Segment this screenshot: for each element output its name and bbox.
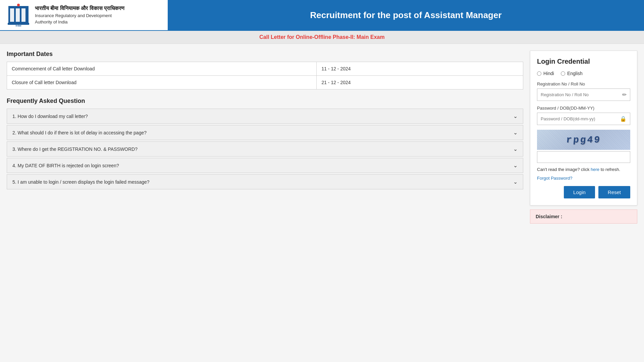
- language-english-text: English: [567, 71, 583, 76]
- lock-icon: 🔒: [616, 113, 630, 125]
- header: irdai भारतीय बीमा विनियामक और विकास प्रा…: [0, 0, 644, 31]
- password-label: Password / DOB(DD-MM-YY): [537, 106, 630, 111]
- header-title-section: Recruitment for the post of Assistant Ma…: [168, 0, 644, 30]
- login-card: Login Credential Hindi English Registrat…: [530, 51, 637, 205]
- faq-question-5: 5. I am unable to login / screen display…: [12, 179, 150, 185]
- button-row: Login Reset: [537, 186, 630, 198]
- faq-question-4: 4. My DATE OF BIRTH is rejected on login…: [12, 163, 119, 168]
- svg-point-5: [17, 4, 20, 6]
- svg-rect-1: [10, 8, 14, 22]
- logo-section: irdai भारतीय बीमा विनियामक और विकास प्रा…: [0, 0, 168, 30]
- captcha-image: rpg49: [537, 130, 630, 150]
- language-hindi-label[interactable]: Hindi: [537, 71, 554, 76]
- announcement-banner: Call Letter for Online-Offline Phase-II:…: [0, 31, 644, 44]
- captcha-refresh-before: Can't read the image? click: [537, 167, 591, 172]
- faq-header-2[interactable]: 2. What should I do if there is lot of d…: [7, 125, 523, 140]
- captcha-input-wrapper: [537, 151, 630, 163]
- captcha-text: rpg49: [566, 135, 602, 145]
- language-hindi-text: Hindi: [543, 71, 554, 76]
- header-title: Recruitment for the post of Assistant Ma…: [310, 10, 501, 20]
- main-content: Important Dates Commencement of Call let…: [0, 44, 644, 230]
- faq-header-3[interactable]: 3. Where do I get the REGISTRATION NO. &…: [7, 142, 523, 156]
- chevron-down-icon: ⌄: [513, 162, 518, 169]
- faq-header-5[interactable]: 5. I am unable to login / screen display…: [7, 175, 523, 189]
- language-options: Hindi English: [537, 71, 630, 76]
- forgot-password-link[interactable]: Forgot Password?: [537, 176, 630, 181]
- left-panel: Important Dates Commencement of Call let…: [7, 51, 523, 191]
- login-button[interactable]: Login: [564, 186, 595, 198]
- logo-english: Insurance Regulatory and Development Aut…: [35, 12, 124, 25]
- edit-icon: ✏: [619, 89, 630, 101]
- dates-table: Commencement of Call letter Download 11 …: [7, 62, 523, 89]
- captcha-refresh-text: Can't read the image? click here to refr…: [537, 166, 630, 173]
- faq-question-3: 3. Where do I get the REGISTRATION NO. &…: [12, 146, 138, 152]
- disclaimer-card: Disclaimer :: [530, 209, 637, 224]
- faq-header-4[interactable]: 4. My DATE OF BIRTH is rejected on login…: [7, 158, 523, 173]
- language-english-radio[interactable]: [561, 71, 565, 76]
- chevron-down-icon: ⌄: [513, 146, 518, 152]
- right-panel: Login Credential Hindi English Registrat…: [530, 51, 637, 224]
- registration-input-wrapper: ✏: [537, 88, 630, 101]
- faq-item-5[interactable]: 5. I am unable to login / screen display…: [7, 174, 523, 189]
- table-row: Commencement of Call letter Download 11 …: [7, 62, 523, 76]
- date-value-2: 21 - 12 - 2024: [317, 76, 523, 89]
- chevron-down-icon: ⌄: [513, 129, 518, 136]
- date-label-2: Closure of Call letter Download: [7, 76, 317, 89]
- registration-label: Registration No / Roll No: [537, 81, 630, 86]
- captcha-refresh-link[interactable]: here: [591, 167, 599, 172]
- faq-item-3[interactable]: 3. Where do I get the REGISTRATION NO. &…: [7, 141, 523, 157]
- faq-item-4[interactable]: 4. My DATE OF BIRTH is rejected on login…: [7, 158, 523, 173]
- registration-input[interactable]: [537, 89, 619, 100]
- faq-title: Frequently Asked Question: [7, 98, 523, 105]
- svg-text:irdai: irdai: [16, 24, 21, 27]
- irdai-logo: irdai: [7, 3, 30, 27]
- chevron-down-icon: ⌄: [513, 179, 518, 185]
- logo-hindi: भारतीय बीमा विनियामक और विकास प्राधिकरण: [35, 5, 124, 12]
- logo-text-block: भारतीय बीमा विनियामक और विकास प्राधिकरण …: [35, 5, 124, 25]
- disclaimer-title: Disclaimer :: [536, 214, 562, 219]
- faq-header-1[interactable]: 1. How do I download my call letter? ⌄: [7, 109, 523, 123]
- svg-rect-2: [16, 8, 20, 22]
- svg-rect-3: [21, 8, 25, 22]
- banner-text: Call Letter for Online-Offline Phase-II:…: [259, 34, 384, 40]
- password-input-wrapper: 🔒: [537, 113, 630, 125]
- captcha-refresh-after: to refresh.: [599, 167, 620, 172]
- faq-item-2[interactable]: 2. What should I do if there is lot of d…: [7, 125, 523, 140]
- language-hindi-radio[interactable]: [537, 71, 541, 76]
- table-row: Closure of Call letter Download 21 - 12 …: [7, 76, 523, 89]
- login-title: Login Credential: [537, 58, 630, 65]
- password-input[interactable]: [537, 113, 616, 124]
- faq-item-1[interactable]: 1. How do I download my call letter? ⌄: [7, 109, 523, 124]
- date-value-1: 11 - 12 - 2024: [317, 62, 523, 76]
- faq-question-2: 2. What should I do if there is lot of d…: [12, 130, 147, 135]
- important-dates-title: Important Dates: [7, 51, 523, 58]
- date-label-1: Commencement of Call letter Download: [7, 62, 317, 76]
- captcha-input[interactable]: [537, 152, 630, 163]
- faq-question-1: 1. How do I download my call letter?: [12, 114, 88, 119]
- chevron-down-icon: ⌄: [513, 113, 518, 119]
- reset-button[interactable]: Reset: [598, 186, 630, 198]
- language-english-label[interactable]: English: [561, 71, 583, 76]
